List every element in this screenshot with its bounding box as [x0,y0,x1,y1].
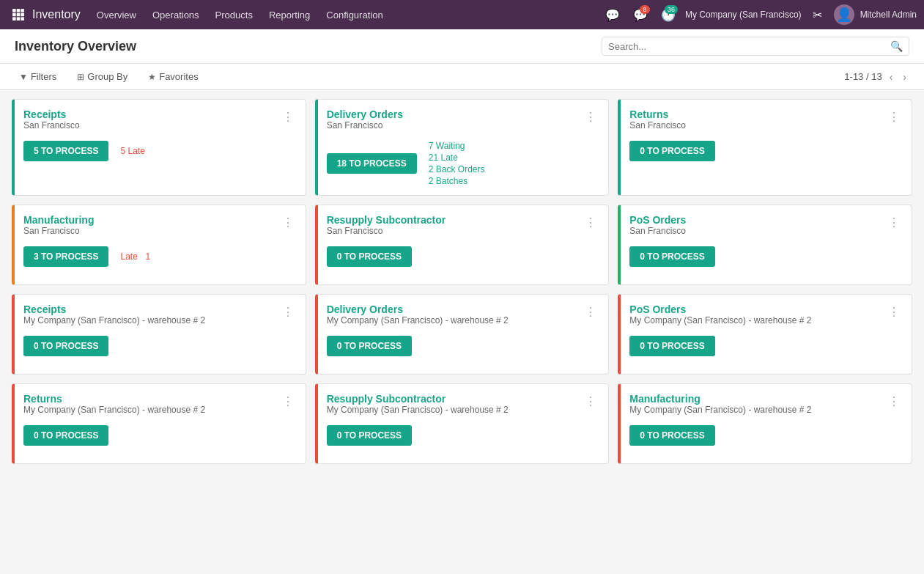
search-bar: 🔍 [602,37,909,56]
inventory-card: Delivery Orders My Company (San Francisc… [315,294,610,375]
user-name[interactable]: Mitchell Admin [860,10,917,20]
card-stats: 7 Waiting21 Late2 Back Orders2 Batches [429,141,485,186]
stat-item: 21 Late [429,152,485,163]
pagination: 1-13 / 13 ‹ › [844,70,909,84]
card-body: 0 TO PROCESS [629,425,903,446]
settings-icon[interactable]: ✂ [807,4,828,25]
card-title[interactable]: Resupply Subcontractor [327,214,446,226]
card-subtitle: My Company (San Francisco) - warehouse #… [327,405,509,415]
card-menu-button[interactable]: ⋮ [279,393,297,410]
group-by-label: Group By [87,71,127,82]
card-subtitle: My Company (San Francisco) - warehouse #… [629,315,811,325]
card-menu-button[interactable]: ⋮ [279,303,297,320]
process-button[interactable]: 3 TO PROCESS [23,246,108,267]
activities-button[interactable]: 🕐 36 [657,4,679,26]
support-icon[interactable]: 💬 [602,4,624,26]
prev-page-button[interactable]: ‹ [887,70,896,84]
card-title-area: Returns My Company (San Francisco) - war… [23,393,205,422]
card-header: Returns My Company (San Francisco) - war… [23,393,297,422]
card-title[interactable]: Resupply Subcontractor [327,393,509,405]
card-body: 0 TO PROCESS [629,141,903,161]
page-header: Inventory Overview 🔍 [0,29,924,64]
card-title[interactable]: Manufacturing [629,393,811,405]
nav-products[interactable]: Products [208,5,260,25]
card-menu-button[interactable]: ⋮ [885,303,903,320]
nav-reporting[interactable]: Reporting [262,5,317,25]
filters-button[interactable]: ▼ Filters [15,68,61,85]
apps-menu-button[interactable] [7,4,29,26]
top-navigation: Inventory Overview Operations Products R… [0,0,924,29]
favorites-button[interactable]: ★ Favorites [144,68,202,85]
card-menu-button[interactable]: ⋮ [885,108,903,125]
svg-rect-4 [17,13,21,17]
favorites-label: Favorites [159,71,198,82]
card-menu-button[interactable]: ⋮ [279,108,297,125]
filter-icon: ▼ [19,72,28,82]
nav-operations[interactable]: Operations [145,5,207,25]
card-title[interactable]: Returns [629,108,686,120]
process-button[interactable]: 0 TO PROCESS [327,246,412,267]
card-title[interactable]: PoS Orders [629,303,811,315]
process-button[interactable]: 18 TO PROCESS [327,153,417,174]
process-button[interactable]: 0 TO PROCESS [629,336,714,356]
process-button[interactable]: 0 TO PROCESS [629,425,714,446]
activities-badge: 36 [665,5,678,14]
main-nav-menu: Overview Operations Products Reporting C… [89,5,599,25]
card-title[interactable]: Delivery Orders [327,108,403,120]
company-selector[interactable]: My Company (San Francisco) [685,10,802,20]
process-button[interactable]: 0 TO PROCESS [23,425,108,446]
stat-item: 2 Batches [429,176,485,186]
process-button[interactable]: 0 TO PROCESS [629,141,714,161]
avatar[interactable]: 👤 [834,4,854,25]
card-body: 0 TO PROCESS [629,336,903,356]
stat-late: Late 1 [120,251,150,262]
process-button[interactable]: 0 TO PROCESS [23,336,108,356]
process-button[interactable]: 0 TO PROCESS [629,246,714,267]
card-title[interactable]: Receipts [23,303,205,315]
group-by-button[interactable]: ⊞ Group By [73,68,132,85]
card-menu-button[interactable]: ⋮ [885,393,903,410]
card-title[interactable]: Returns [23,393,205,405]
card-title[interactable]: Receipts [23,108,80,120]
card-menu-button[interactable]: ⋮ [582,214,599,231]
card-stats: 5 Late [120,146,144,156]
app-brand[interactable]: Inventory [32,8,81,21]
card-menu-button[interactable]: ⋮ [885,214,903,231]
search-icon[interactable]: 🔍 [890,40,903,52]
process-button[interactable]: 0 TO PROCESS [327,336,412,356]
card-header: PoS Orders My Company (San Francisco) - … [629,303,903,333]
filters-bar: ▼ Filters ⊞ Group By ★ Favorites 1-13 / … [0,64,924,90]
inventory-card: Receipts San Francisco ⋮ 5 TO PROCESS 5 … [12,99,306,196]
page-title: Inventory Overview [15,39,136,54]
card-header: PoS Orders San Francisco ⋮ [629,214,903,243]
card-menu-button[interactable]: ⋮ [582,108,599,125]
svg-rect-0 [12,9,16,12]
process-button[interactable]: 0 TO PROCESS [327,425,412,446]
messages-button[interactable]: 💬 8 [629,4,651,26]
card-title[interactable]: Delivery Orders [327,303,509,315]
process-button[interactable]: 5 TO PROCESS [23,141,108,161]
card-title-area: Receipts San Francisco [23,108,80,138]
search-input[interactable] [608,41,887,52]
filter-group: ▼ Filters ⊞ Group By ★ Favorites [15,68,203,85]
inventory-card: PoS Orders My Company (San Francisco) - … [618,294,912,375]
card-title[interactable]: Manufacturing [23,214,94,226]
inventory-card: Resupply Subcontractor San Francisco ⋮ 0… [315,205,610,285]
inventory-card: Returns San Francisco ⋮ 0 TO PROCESS [618,99,912,196]
card-title[interactable]: PoS Orders [629,214,686,226]
card-header: Resupply Subcontractor My Company (San F… [327,393,600,422]
nav-configuration[interactable]: Configuration [319,5,390,25]
nav-overview[interactable]: Overview [89,5,144,25]
svg-rect-6 [12,17,16,21]
stat-item: 2 Back Orders [429,164,485,174]
card-body: 0 TO PROCESS [23,425,297,446]
card-menu-button[interactable]: ⋮ [279,214,297,231]
card-menu-button[interactable]: ⋮ [582,393,599,410]
inventory-card: Delivery Orders San Francisco ⋮ 18 TO PR… [315,99,610,196]
cards-grid: Receipts San Francisco ⋮ 5 TO PROCESS 5 … [12,99,912,464]
card-header: Receipts My Company (San Francisco) - wa… [23,303,297,333]
next-page-button[interactable]: › [900,70,909,84]
inventory-card: Receipts My Company (San Francisco) - wa… [12,294,306,375]
card-menu-button[interactable]: ⋮ [582,303,599,320]
topnav-right-area: 💬 💬 8 🕐 36 My Company (San Francisco) ✂ … [602,4,917,26]
